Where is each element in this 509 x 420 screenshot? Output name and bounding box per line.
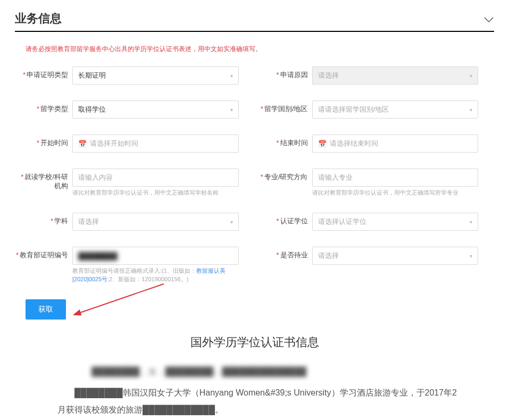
row-major: *专业/研究方向 请输入专业 请比对教育部学历学位认证书，用中文正确填写所学专业: [255, 169, 495, 197]
chevron-down-icon: ▾: [230, 219, 233, 225]
svg-line-0: [79, 284, 164, 313]
end-date-input[interactable]: 📅 请选择结束时间: [312, 135, 479, 153]
chevron-down-icon: ▾: [470, 253, 472, 259]
chevron-down-icon: ▾: [470, 219, 472, 225]
row-study-type: *留学类型 取得学位▾: [15, 100, 255, 119]
cert-line-2: ████████韩国汉阳女子大学（Hanyang Women&#39;s Uni…: [57, 384, 462, 418]
school-hint: 请比对教育部学历学位认证书，用中文正确填写学校名称: [72, 189, 239, 197]
cert-body: ████████，女，████████，██████████████ █████…: [15, 363, 494, 420]
reason-select[interactable]: 请选择▾: [312, 66, 479, 85]
school-input[interactable]: 请输入内容: [72, 169, 239, 187]
page-title: 业务信息: [15, 11, 62, 27]
row-subject: *学科 请选择▾: [15, 213, 255, 231]
chevron-down-icon[interactable]: [483, 11, 494, 26]
study-type-select[interactable]: 取得学位▾: [72, 100, 239, 119]
row-country: *留学国别/地区 请请选择留学国别/地区▾: [255, 100, 495, 119]
row-start-date: *开始时间 📅 请选择开始时间: [15, 135, 255, 153]
cert-line-1: ████████，女，████████，██████████████: [57, 363, 462, 380]
cert-title: 国外学历学位认证书信息: [15, 334, 494, 350]
subject-select[interactable]: 请选择▾: [72, 213, 239, 231]
chevron-down-icon: ▾: [230, 73, 233, 79]
section-header: 业务信息: [15, 11, 494, 32]
row-cert-type: *申请证明类型 长期证明▾: [15, 66, 255, 85]
annotation-arrow-icon: [73, 281, 169, 324]
row-end-date: *结束时间 📅 请选择结束时间: [255, 135, 495, 153]
cert-type-select[interactable]: 长期证明▾: [72, 66, 239, 85]
chevron-down-icon: ▾: [470, 73, 472, 79]
chevron-down-icon: ▾: [470, 107, 472, 113]
country-select[interactable]: 请请选择留学国别/地区▾: [312, 100, 479, 119]
calendar-icon: 📅: [318, 140, 327, 148]
major-input[interactable]: 请输入专业: [312, 169, 479, 187]
row-reason: *申请原因 请选择▾: [255, 66, 495, 85]
row-degree: *认证学位 请选择认证学位▾: [255, 213, 495, 231]
degree-select[interactable]: 请选择认证学位▾: [312, 213, 479, 231]
row-pending: *是否待业 请选择▾: [255, 247, 495, 283]
fetch-button[interactable]: 获取: [26, 299, 66, 320]
start-date-input[interactable]: 📅 请选择开始时间: [72, 135, 239, 153]
calendar-icon: 📅: [78, 140, 87, 148]
pending-select[interactable]: 请选择▾: [312, 247, 479, 265]
cert-no-input[interactable]: ████████: [72, 247, 239, 265]
row-school: *就读学校/科研机构 请输入内容 请比对教育部学历学位认证书，用中文正确填写学校…: [15, 169, 255, 197]
form-grid: *申请证明类型 长期证明▾ *申请原因 请选择▾ *留学类型 取得学位▾ *留学…: [15, 66, 494, 299]
warning-text: 请务必按照教育部留学服务中心出具的学历学位认证书表述，用中文如实准确填写。: [15, 45, 494, 54]
row-cert-no: *教育部证明编号 ████████ 教育部证明编号请按正确格式录入:(1、旧版如…: [15, 247, 255, 283]
major-hint: 请比对教育部学历学位认证书，用中文正确填写所学专业: [312, 189, 479, 197]
chevron-down-icon: ▾: [230, 107, 233, 113]
